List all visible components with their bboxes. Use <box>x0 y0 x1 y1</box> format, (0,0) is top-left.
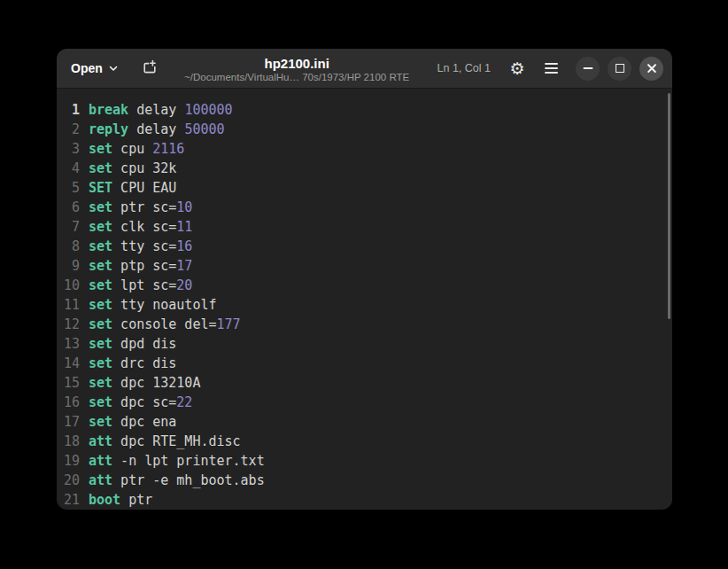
code-line: 8set tty sc=16 <box>57 237 672 256</box>
code-text: set dpd dis <box>80 334 176 354</box>
code-text: set ptp sc=17 <box>80 256 192 276</box>
code-line: 2reply delay 50000 <box>57 120 672 139</box>
new-tab-button[interactable] <box>136 54 164 82</box>
code-text: att -n lpt printer.txt <box>80 451 265 471</box>
code-text: set ptr sc=10 <box>80 198 192 217</box>
code-text: att ptr -e mh_boot.abs <box>80 471 265 490</box>
code-line: 12set console del=177 <box>57 315 672 334</box>
code-lines: 1break delay 1000002reply delay 500003se… <box>57 100 672 510</box>
settings-button[interactable]: ⚙ <box>503 54 531 82</box>
window-title-area: hp2100.ini ~/Documents/VirtualHu… 70s/19… <box>164 54 430 83</box>
line-number: 4 <box>57 159 80 178</box>
gear-icon: ⚙ <box>509 58 524 79</box>
open-button[interactable]: Open <box>62 55 127 82</box>
code-line: 20att ptr -e mh_boot.abs <box>57 471 672 490</box>
code-text: set console del=177 <box>80 315 241 334</box>
code-text: reply delay 50000 <box>80 120 225 139</box>
line-number: 12 <box>57 315 80 334</box>
close-button[interactable] <box>639 57 663 81</box>
code-text: set dpc sc=22 <box>80 393 192 412</box>
document-path: ~/Documents/VirtualHu… 70s/1973/HP 2100 … <box>164 71 430 83</box>
line-number: 11 <box>57 295 80 315</box>
minimize-button[interactable] <box>576 57 600 81</box>
code-line: 17set dpc ena <box>57 412 672 432</box>
line-number: 5 <box>57 178 80 198</box>
line-number: 8 <box>57 237 80 256</box>
minimize-icon <box>583 67 592 69</box>
main-menu-button[interactable] <box>537 54 565 82</box>
line-number: 7 <box>57 217 80 237</box>
header-right-group: Ln 1, Col 1 ⚙ <box>430 54 663 82</box>
code-text: break delay 100000 <box>80 100 233 120</box>
line-number: 10 <box>57 276 80 295</box>
code-line: 10set lpt sc=20 <box>57 276 672 295</box>
document-title: hp2100.ini <box>164 56 430 71</box>
code-text: set tty noautolf <box>80 295 217 315</box>
line-number: 1 <box>57 100 80 120</box>
line-number: 18 <box>57 432 80 451</box>
code-editor[interactable]: 1break delay 1000002reply delay 500003se… <box>57 89 672 509</box>
header-bar: Open hp2100.ini <box>57 49 672 89</box>
code-line: 5SET CPU EAU <box>57 178 672 198</box>
tab-new-icon <box>142 59 158 78</box>
code-text: set cpu 2116 <box>80 139 184 159</box>
code-text: set clk sc=11 <box>80 217 192 237</box>
line-number: 3 <box>57 139 80 159</box>
code-line: 14set drc dis <box>57 354 672 373</box>
code-text: att dpc RTE_MH.disc <box>80 432 241 451</box>
line-number: 14 <box>57 354 80 373</box>
code-text: set dpc ena <box>80 412 176 432</box>
chevron-down-icon <box>109 66 118 72</box>
code-line: 6set ptr sc=10 <box>57 198 672 217</box>
open-button-label: Open <box>71 61 103 75</box>
line-number: 21 <box>57 490 80 510</box>
code-text: set lpt sc=20 <box>80 276 192 295</box>
code-line: 1break delay 100000 <box>57 100 672 120</box>
line-number: 19 <box>57 451 80 471</box>
line-number: 20 <box>57 471 80 490</box>
code-line: 7set clk sc=11 <box>57 217 672 237</box>
line-number: 16 <box>57 393 80 412</box>
code-line: 3set cpu 2116 <box>57 139 672 159</box>
line-number: 9 <box>57 256 80 276</box>
code-text: SET CPU EAU <box>80 178 176 198</box>
code-line: 18att dpc RTE_MH.disc <box>57 432 672 451</box>
line-number: 13 <box>57 334 80 354</box>
line-number: 6 <box>57 198 80 217</box>
code-text: boot ptr <box>80 490 152 510</box>
window-controls <box>576 57 663 81</box>
code-text: set tty sc=16 <box>80 237 192 256</box>
maximize-icon <box>616 64 624 73</box>
code-text: set dpc 13210A <box>80 373 200 393</box>
maximize-button[interactable] <box>608 57 631 81</box>
code-line: 21boot ptr <box>57 490 672 510</box>
code-line: 13set dpd dis <box>57 334 672 354</box>
scrollbar-thumb[interactable] <box>668 93 670 319</box>
header-left-group: Open <box>62 54 164 82</box>
line-number: 15 <box>57 373 80 393</box>
code-line: 15set dpc 13210A <box>57 373 672 393</box>
code-line: 16set dpc sc=22 <box>57 393 672 412</box>
desktop-background: Open hp2100.ini <box>0 0 728 569</box>
cursor-position-button[interactable]: Ln 1, Col 1 <box>430 57 498 80</box>
code-text: set drc dis <box>80 354 176 373</box>
code-line: 11set tty noautolf <box>57 295 672 315</box>
code-line: 4set cpu 32k <box>57 159 672 178</box>
hamburger-menu-icon <box>545 63 558 74</box>
line-number: 2 <box>57 120 80 139</box>
code-line: 19att -n lpt printer.txt <box>57 451 672 471</box>
line-number: 17 <box>57 412 80 432</box>
text-editor-window: Open hp2100.ini <box>57 49 672 510</box>
code-line: 9set ptp sc=17 <box>57 256 672 276</box>
code-text: set cpu 32k <box>80 159 176 178</box>
